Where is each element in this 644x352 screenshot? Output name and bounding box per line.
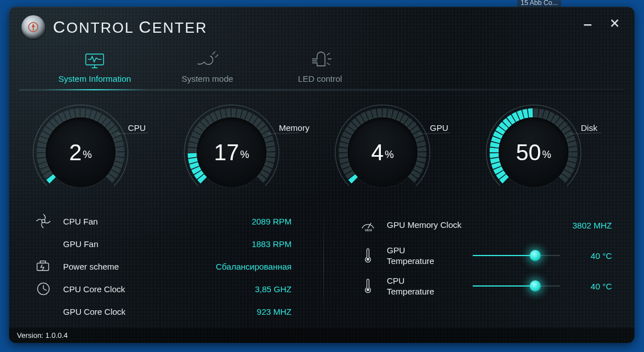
minimize-button[interactable] bbox=[580, 16, 595, 30]
row-power-scheme: Power scheme Сбалансированная bbox=[35, 255, 292, 278]
gauge-value: 50 bbox=[516, 140, 541, 165]
cpu-temp-slider[interactable] bbox=[473, 275, 561, 297]
column-divider bbox=[323, 210, 324, 323]
row-gpu-core-clock: GPU Core Clock 923 MHZ bbox=[35, 300, 292, 323]
row-cpu-core-clock: CPU Core Clock 3,85 GHZ bbox=[35, 278, 292, 300]
gauge-center: 17% bbox=[197, 117, 267, 187]
clock-icon bbox=[35, 280, 52, 297]
value: 3,85 GHZ bbox=[213, 284, 292, 294]
gauge-value: 2 bbox=[69, 140, 82, 165]
tab-system-mode[interactable]: System mode bbox=[151, 45, 264, 89]
svg-line-8 bbox=[212, 51, 215, 54]
tab-led-control[interactable]: LED control bbox=[264, 45, 376, 89]
svg-line-19 bbox=[43, 289, 47, 291]
value: 40 °C bbox=[567, 251, 612, 261]
plug-icon bbox=[196, 51, 219, 71]
tab-label: System mode bbox=[181, 74, 233, 83]
thermometer-icon bbox=[359, 278, 376, 294]
gauge-cpu: 2% CPU bbox=[28, 104, 163, 200]
svg-line-20 bbox=[368, 223, 371, 228]
tabs: System Information System mode LED contr… bbox=[9, 45, 634, 89]
label: CPU Fan bbox=[63, 217, 213, 226]
label: Power scheme bbox=[63, 262, 213, 271]
svg-point-23 bbox=[367, 289, 369, 291]
version-label: Version: 1.0.0.4 bbox=[17, 331, 68, 340]
gauge-center: 50% bbox=[499, 117, 569, 187]
gauge-value: 4 bbox=[371, 140, 384, 165]
gauge-label: Memory bbox=[279, 123, 309, 133]
app-logo-icon bbox=[21, 15, 45, 39]
label: GPU Memory Clock bbox=[387, 219, 466, 231]
info-left-column: CPU Fan 2089 RPM GPU Fan 1883 RPM Power … bbox=[35, 210, 292, 323]
value: 3802 MHZ bbox=[572, 221, 612, 230]
svg-line-11 bbox=[327, 53, 330, 55]
footer: Version: 1.0.0.4 bbox=[9, 327, 634, 343]
gauge-pct: % bbox=[83, 149, 92, 161]
svg-point-22 bbox=[367, 258, 369, 261]
label: GPU Core Clock bbox=[63, 307, 213, 316]
label: GPU Fan bbox=[63, 239, 213, 249]
svg-line-9 bbox=[215, 54, 218, 57]
gauge-pct: % bbox=[385, 149, 394, 161]
gauge-label: Disk bbox=[581, 123, 597, 133]
tab-system-information[interactable]: System Information bbox=[38, 45, 151, 89]
value: Сбалансированная bbox=[213, 262, 292, 271]
thermometer-icon bbox=[359, 247, 376, 264]
gauge-label: CPU bbox=[128, 123, 146, 133]
gauge-center: 2% bbox=[46, 117, 116, 187]
gauge-mem-icon: MEM bbox=[359, 217, 376, 234]
titlebar: Control Center bbox=[9, 7, 634, 43]
value: 2089 RPM bbox=[213, 217, 292, 226]
info-right-column: MEM GPU Memory Clock 3802 MHZ GPU Temper… bbox=[356, 210, 612, 323]
gauges-row: 2% CPU 17% Memory 4% GPU 50% Disk bbox=[9, 89, 634, 204]
row-gpu-memory-clock: MEM GPU Memory Clock 3802 MHZ bbox=[356, 210, 612, 240]
value: 1883 RPM bbox=[213, 239, 292, 249]
label: GPU Temperature bbox=[387, 245, 466, 267]
row-cpu-temperature: CPU Temperature 40 °C bbox=[356, 271, 612, 301]
row-cpu-fan: CPU Fan 2089 RPM bbox=[35, 210, 292, 232]
tab-label: System Information bbox=[58, 74, 131, 83]
gpu-temp-slider[interactable] bbox=[473, 244, 561, 267]
app-title: Control Center bbox=[53, 17, 207, 37]
row-gpu-temperature: GPU Temperature 40 °C bbox=[356, 240, 612, 271]
gauge-pct: % bbox=[240, 149, 249, 161]
svg-line-13 bbox=[327, 63, 330, 65]
app-window: Control Center System Information System… bbox=[9, 7, 634, 343]
gauge-memory: 17% Memory bbox=[179, 104, 314, 200]
tab-underline bbox=[19, 89, 624, 92]
tab-label: LED control bbox=[298, 74, 342, 83]
value: 923 MHZ bbox=[213, 307, 292, 316]
row-gpu-fan: GPU Fan 1883 RPM bbox=[35, 232, 292, 255]
gauge-gpu: 4% GPU bbox=[330, 104, 465, 200]
value: 40 °C bbox=[567, 281, 612, 291]
monitor-icon bbox=[83, 51, 106, 71]
gauge-disk: 50% Disk bbox=[481, 104, 616, 200]
info-section: CPU Fan 2089 RPM GPU Fan 1883 RPM Power … bbox=[9, 204, 634, 328]
gauge-label: GPU bbox=[430, 123, 448, 133]
battery-icon bbox=[35, 258, 52, 275]
svg-rect-16 bbox=[40, 261, 45, 263]
close-button[interactable] bbox=[607, 16, 622, 30]
gauge-center: 4% bbox=[348, 117, 418, 187]
label: CPU Temperature bbox=[387, 275, 466, 297]
led-icon bbox=[308, 51, 332, 71]
svg-text:MEM: MEM bbox=[365, 228, 372, 232]
fan-icon bbox=[35, 213, 52, 230]
label: CPU Core Clock bbox=[63, 284, 213, 294]
gauge-pct: % bbox=[542, 149, 551, 161]
gauge-value: 17 bbox=[214, 140, 239, 165]
